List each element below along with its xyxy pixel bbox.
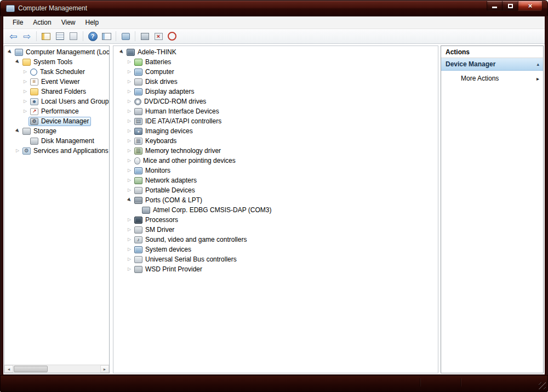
- expander-open-icon[interactable]: [14, 127, 21, 135]
- minimize-button[interactable]: [487, 1, 503, 11]
- expander-closed-icon[interactable]: [126, 139, 133, 143]
- expander-closed-icon[interactable]: [126, 178, 133, 183]
- expander-closed-icon[interactable]: [126, 129, 133, 133]
- scroll-right-arrow-icon[interactable]: ►: [100, 365, 109, 373]
- tree-item[interactable]: Adele-THINK: [117, 47, 438, 57]
- memory-technology-icon: [134, 147, 142, 155]
- expander-closed-icon[interactable]: [22, 109, 28, 113]
- tree-item[interactable]: Network adapters: [117, 175, 438, 185]
- tree-item[interactable]: Local Users and Groups: [5, 96, 109, 106]
- expander-closed-icon[interactable]: [22, 99, 28, 104]
- expander-open-icon[interactable]: [125, 196, 133, 204]
- forward-icon[interactable]: [20, 30, 33, 42]
- tree-item[interactable]: Universal Serial Bus controllers: [117, 254, 438, 264]
- maximize-button[interactable]: [503, 1, 518, 11]
- tree-item[interactable]: Keyboards: [117, 136, 438, 146]
- help-icon[interactable]: [86, 30, 99, 42]
- tree-item[interactable]: Services and Applications: [5, 146, 109, 156]
- show-console-tree-icon[interactable]: [39, 30, 53, 42]
- expander-closed-icon[interactable]: [126, 99, 133, 104]
- expander-closed-icon[interactable]: [126, 60, 133, 64]
- menu-file[interactable]: File: [8, 17, 28, 28]
- expander-closed-icon[interactable]: [126, 247, 133, 252]
- expander-open-icon[interactable]: [6, 48, 14, 56]
- tree-item-label: Storage: [33, 127, 56, 135]
- expander-closed-icon[interactable]: [126, 70, 133, 74]
- tree-item[interactable]: Shared Folders: [5, 87, 109, 96]
- menu-view[interactable]: View: [56, 17, 81, 28]
- tree-item[interactable]: Sound, video and game controllers: [117, 235, 438, 245]
- collapse-section-icon[interactable]: ▴: [536, 61, 539, 67]
- device-manager-icon: [30, 118, 38, 125]
- horizontal-scrollbar[interactable]: ◄ ►: [4, 365, 109, 373]
- properties-icon[interactable]: [67, 30, 80, 42]
- tree-item[interactable]: Storage: [5, 126, 109, 136]
- tree-item[interactable]: Computer: [117, 67, 438, 77]
- expander-closed-icon[interactable]: [126, 228, 133, 232]
- expander-closed-icon[interactable]: [22, 70, 28, 74]
- tree-item[interactable]: Portable Devices: [117, 185, 438, 195]
- back-icon[interactable]: [7, 30, 20, 42]
- actions-section-device-manager[interactable]: Device Manager ▴: [441, 58, 543, 71]
- expander-open-icon[interactable]: [14, 58, 21, 66]
- expander-closed-icon[interactable]: [126, 267, 133, 271]
- expander-closed-icon[interactable]: [126, 168, 133, 173]
- expander-closed-icon[interactable]: [14, 149, 21, 153]
- show-hide-panes-icon[interactable]: [100, 30, 113, 42]
- tree-item[interactable]: Disk Management: [5, 136, 109, 146]
- expander-open-icon[interactable]: [118, 48, 125, 56]
- expander-closed-icon[interactable]: [126, 237, 133, 242]
- tree-item[interactable]: Task Scheduler: [5, 67, 109, 77]
- tree-item[interactable]: Disk drives: [117, 77, 438, 87]
- expander-closed-icon[interactable]: [126, 119, 133, 123]
- export-list-icon[interactable]: [53, 30, 66, 42]
- expander-closed-icon[interactable]: [126, 188, 133, 192]
- tree-item[interactable]: DVD/CD-ROM drives: [117, 96, 438, 106]
- tree-item[interactable]: Mice and other pointing devices: [117, 156, 438, 166]
- menu-help[interactable]: Help: [81, 17, 104, 28]
- scrollbar-track[interactable]: [13, 365, 100, 373]
- expander-closed-icon[interactable]: [126, 149, 133, 153]
- resize-grip[interactable]: [539, 382, 546, 389]
- tree-item[interactable]: Event Viewer: [5, 77, 109, 87]
- imaging-devices-icon: [134, 128, 142, 135]
- tree-item-label: Imaging devices: [145, 127, 193, 135]
- scan-hardware-icon[interactable]: [119, 30, 132, 42]
- expander-closed-icon[interactable]: [22, 79, 28, 84]
- expander-closed-icon[interactable]: [126, 79, 133, 84]
- menu-action[interactable]: Action: [28, 17, 56, 28]
- update-driver-icon[interactable]: [138, 30, 151, 42]
- tree-item[interactable]: System devices: [117, 245, 438, 254]
- tree-item[interactable]: Monitors: [117, 166, 438, 175]
- title-bar[interactable]: Computer Management ×: [1, 1, 547, 16]
- tree-item[interactable]: Memory technology driver: [117, 146, 438, 156]
- expander-closed-icon[interactable]: [126, 158, 133, 163]
- tree-item[interactable]: Ports (COM & LPT): [117, 195, 438, 205]
- tree-item[interactable]: Performance: [5, 106, 109, 116]
- tree-item[interactable]: Human Interface Devices: [117, 106, 438, 116]
- tree-item[interactable]: WSD Print Provider: [117, 264, 438, 274]
- more-actions-item[interactable]: More Actions ▸: [441, 71, 543, 84]
- expander-closed-icon[interactable]: [126, 109, 133, 113]
- tree-item[interactable]: Atmel Corp. EDBG CMSIS-DAP (COM3): [117, 205, 438, 215]
- scrollbar-thumb[interactable]: [14, 366, 48, 372]
- tree-item[interactable]: Computer Management (Local): [5, 47, 109, 57]
- disable-device-icon[interactable]: [165, 30, 179, 42]
- tree-item[interactable]: System Tools: [5, 57, 109, 67]
- expander-closed-icon[interactable]: [126, 89, 133, 94]
- tree-item[interactable]: SM Driver: [117, 225, 438, 235]
- tree-item[interactable]: Device Manager: [5, 116, 109, 126]
- expander-closed-icon[interactable]: [126, 218, 133, 222]
- uninstall-device-icon[interactable]: [152, 30, 165, 42]
- tree-item[interactable]: Batteries: [117, 57, 438, 67]
- hid-icon: [134, 108, 142, 115]
- tree-indent: [117, 210, 134, 211]
- scroll-left-arrow-icon[interactable]: ◄: [4, 365, 13, 373]
- close-button[interactable]: ×: [518, 1, 543, 11]
- expander-closed-icon[interactable]: [22, 89, 28, 94]
- tree-item[interactable]: IDE ATA/ATAPI controllers: [117, 116, 438, 126]
- tree-item[interactable]: Display adapters: [117, 87, 438, 96]
- expander-closed-icon[interactable]: [126, 257, 133, 262]
- tree-item[interactable]: Imaging devices: [117, 126, 438, 136]
- tree-item[interactable]: Processors: [117, 215, 438, 225]
